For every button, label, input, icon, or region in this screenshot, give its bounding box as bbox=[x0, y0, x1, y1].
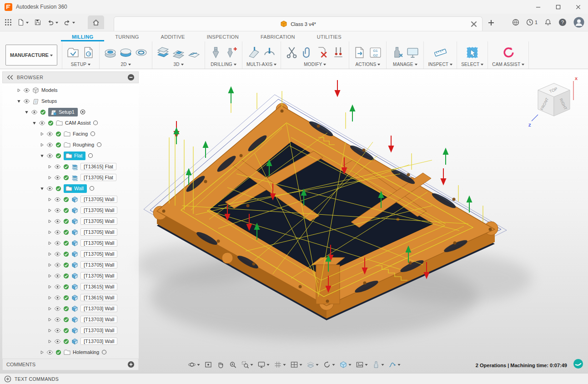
parallel3d-icon[interactable] bbox=[187, 46, 201, 59]
redo-button[interactable] bbox=[64, 19, 75, 26]
tree-item-t13705-wall[interactable]: [T13705] Wall bbox=[2, 205, 139, 216]
tree-item-t13615-flat[interactable]: [T13615] Flat bbox=[2, 161, 139, 172]
eye-icon[interactable] bbox=[54, 284, 61, 289]
tree-item-t13705-wall[interactable]: [T13705] Wall bbox=[2, 237, 139, 248]
pocket2d-icon[interactable] bbox=[104, 46, 117, 59]
regenerate-button[interactable] bbox=[321, 359, 337, 370]
help-icon[interactable]: ? bbox=[558, 18, 567, 26]
toolbar-group-dropdown-multi-axis[interactable]: MULTI-AXIS bbox=[246, 62, 276, 67]
eye-icon[interactable] bbox=[54, 241, 61, 246]
eye-icon[interactable] bbox=[31, 110, 38, 115]
tree-arrow-collapsed-icon[interactable] bbox=[40, 143, 44, 147]
tree-item-t13703-wall[interactable]: [T13703] Wall bbox=[2, 325, 139, 336]
pan-button[interactable] bbox=[214, 359, 226, 370]
eye-icon[interactable] bbox=[54, 175, 61, 180]
tree-arrow-expanded-icon[interactable] bbox=[32, 121, 36, 125]
eye-icon[interactable] bbox=[54, 295, 61, 300]
toolbar-group-dropdown-3d[interactable]: 3D bbox=[173, 62, 183, 67]
circle-icon[interactable] bbox=[101, 349, 107, 355]
tree-arrow-collapsed-icon[interactable] bbox=[48, 328, 52, 333]
tree-arrow-expanded-icon[interactable] bbox=[17, 99, 21, 103]
eye-icon[interactable] bbox=[46, 142, 53, 147]
tree-item-cam-assist[interactable]: CAM Assist bbox=[2, 117, 139, 128]
tree-item-flat[interactable]: Flat bbox=[2, 150, 139, 161]
eye-icon[interactable] bbox=[46, 186, 53, 191]
tree-item-t13703-wall[interactable]: [T13703] Wall bbox=[2, 314, 139, 325]
toolbar-group-dropdown-setup[interactable]: SETUP bbox=[71, 62, 90, 67]
contour2d-icon[interactable] bbox=[135, 46, 148, 59]
tree-arrow-collapsed-icon[interactable] bbox=[48, 296, 52, 300]
close-window-icon[interactable] bbox=[568, 0, 588, 14]
minimize-icon[interactable] bbox=[528, 0, 548, 14]
target-icon[interactable] bbox=[80, 109, 85, 115]
g1g2-icon[interactable]: G1G2 bbox=[369, 46, 382, 59]
eye-icon[interactable] bbox=[54, 230, 61, 235]
tree-item-t13705-wall[interactable]: [T13705] Wall bbox=[2, 270, 139, 281]
tree-item-t13705-wall[interactable]: [T13705] Wall bbox=[2, 216, 139, 227]
tree-item-t13705-wall[interactable]: [T13705] Wall bbox=[2, 259, 139, 270]
post-process-icon[interactable] bbox=[353, 46, 367, 59]
ribbon-tab-additive[interactable]: ADDITIVE bbox=[150, 33, 196, 41]
ribbon-tab-turning[interactable]: TURNING bbox=[104, 33, 150, 41]
tree-item-t13615-wall[interactable]: [T13615] Wall bbox=[2, 292, 139, 303]
delete-pass-icon[interactable] bbox=[316, 46, 329, 59]
add-comment-icon[interactable] bbox=[127, 361, 135, 368]
eye-icon[interactable] bbox=[46, 350, 53, 355]
gcode-doc-icon[interactable] bbox=[82, 46, 95, 59]
notifications-icon[interactable] bbox=[544, 19, 552, 26]
rotary-icon[interactable] bbox=[263, 46, 276, 59]
measure-icon[interactable] bbox=[434, 46, 447, 59]
undo-button[interactable] bbox=[47, 19, 58, 26]
toolpath-display-button[interactable] bbox=[386, 359, 402, 370]
app-grid-icon[interactable] bbox=[5, 19, 12, 26]
maximize-icon[interactable] bbox=[548, 0, 568, 14]
trim-icon[interactable] bbox=[285, 46, 298, 59]
toolbar-group-dropdown-inspect[interactable]: INSPECT bbox=[428, 62, 452, 67]
ribbon-tab-milling[interactable]: MILLING bbox=[61, 33, 104, 41]
stock-button[interactable] bbox=[337, 359, 353, 370]
zoom-button[interactable] bbox=[226, 359, 239, 370]
tree-item-wall[interactable]: Wall bbox=[2, 183, 139, 194]
tree-item-setups[interactable]: Setups bbox=[2, 96, 139, 106]
tree-arrow-collapsed-icon[interactable] bbox=[48, 307, 52, 311]
tree-arrow-collapsed-icon[interactable] bbox=[40, 350, 44, 354]
tree-item-t13615-wall[interactable]: [T13615] Wall bbox=[2, 281, 139, 292]
eye-icon[interactable] bbox=[46, 153, 53, 158]
save-icon[interactable] bbox=[34, 19, 41, 26]
tree-item-t13705-flat[interactable]: [T13705] Flat bbox=[2, 172, 139, 183]
file-menu-button[interactable] bbox=[17, 19, 29, 26]
viewport[interactable]: TOP FRONT RIGHT X Z BROWSER ModelsSetups… bbox=[0, 69, 588, 373]
capture-button[interactable] bbox=[353, 359, 370, 370]
tree-arrow-expanded-icon[interactable] bbox=[40, 187, 44, 191]
look-at-button[interactable] bbox=[202, 359, 214, 370]
probe-icon[interactable] bbox=[332, 46, 345, 59]
tree-arrow-collapsed-icon[interactable] bbox=[48, 274, 52, 278]
close-tab-icon[interactable] bbox=[470, 20, 477, 28]
tree-item-holemaking[interactable]: Holemaking bbox=[2, 347, 139, 358]
document-tab[interactable]: Class 3 v4* bbox=[114, 16, 482, 31]
orbit-button[interactable] bbox=[186, 359, 202, 370]
tree-arrow-collapsed-icon[interactable] bbox=[40, 132, 44, 136]
tree-arrow-collapsed-icon[interactable] bbox=[48, 285, 52, 289]
avatar[interactable] bbox=[573, 17, 584, 28]
tree-arrow-collapsed-icon[interactable] bbox=[48, 165, 52, 169]
circle-icon[interactable] bbox=[96, 142, 102, 147]
toolbar-group-dropdown-actions[interactable]: ACTIONS bbox=[355, 62, 380, 67]
drill-icon[interactable] bbox=[209, 46, 222, 59]
ribbon-tab-utilities[interactable]: UTILITIES bbox=[306, 33, 352, 41]
ribbon-tab-fabrication[interactable]: FABRICATION bbox=[250, 33, 306, 41]
eye-icon[interactable] bbox=[23, 99, 30, 104]
eye-icon[interactable] bbox=[54, 328, 61, 333]
tree-arrow-expanded-icon[interactable] bbox=[40, 154, 44, 158]
circle-icon[interactable] bbox=[89, 186, 95, 191]
toolbar-group-dropdown-cam-assist[interactable]: CAM ASSIST bbox=[492, 62, 524, 67]
cam-assist-icon[interactable] bbox=[502, 46, 515, 59]
tree-arrow-collapsed-icon[interactable] bbox=[48, 318, 52, 322]
tool-display-button[interactable] bbox=[370, 359, 386, 370]
circle-icon[interactable] bbox=[88, 153, 93, 158]
select-icon[interactable] bbox=[466, 46, 479, 59]
tree-arrow-collapsed-icon[interactable] bbox=[48, 263, 52, 267]
tree-item-models[interactable]: Models bbox=[2, 85, 139, 96]
swarf-icon[interactable] bbox=[247, 46, 261, 59]
circle-icon[interactable] bbox=[93, 120, 98, 126]
